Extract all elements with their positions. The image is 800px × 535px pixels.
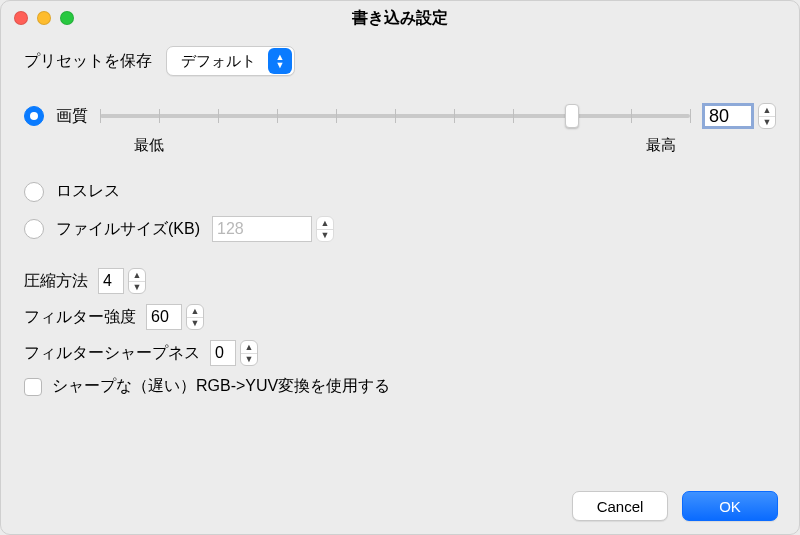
filesize-stepper: ▲ ▼ <box>212 216 334 242</box>
titlebar: 書き込み設定 <box>0 0 800 36</box>
quality-stepper[interactable]: ▲ ▼ <box>702 103 776 129</box>
stepper-down-icon[interactable]: ▼ <box>187 318 203 330</box>
sharp-yuv-label: シャープな（遅い）RGB->YUV変換を使用する <box>52 376 390 397</box>
filesize-label: ファイルサイズ(KB) <box>56 219 200 240</box>
quality-radio[interactable] <box>24 106 44 126</box>
compression-stepper[interactable]: ▲ ▼ <box>98 268 146 294</box>
stepper-up-icon[interactable]: ▲ <box>187 305 203 318</box>
stepper-up-icon[interactable]: ▲ <box>759 104 775 117</box>
lossless-label: ロスレス <box>56 181 120 202</box>
compression-input[interactable] <box>98 268 124 294</box>
stepper-up-icon[interactable]: ▲ <box>129 269 145 282</box>
preset-popup[interactable]: デフォルト ▲▼ <box>166 46 295 76</box>
ok-button[interactable]: OK <box>682 491 778 521</box>
filter-sharpness-input[interactable] <box>210 340 236 366</box>
slider-min-label: 最低 <box>134 136 164 155</box>
stepper-down-icon[interactable]: ▼ <box>241 354 257 366</box>
window-title: 書き込み設定 <box>0 8 800 29</box>
filter-sharpness-label: フィルターシャープネス <box>24 343 200 364</box>
preset-label: プリセットを保存 <box>24 51 152 72</box>
compression-label: 圧縮方法 <box>24 271 88 292</box>
quality-slider[interactable] <box>100 102 690 130</box>
quality-input[interactable] <box>702 103 754 129</box>
lossless-radio[interactable] <box>24 182 44 202</box>
filesize-radio[interactable] <box>24 219 44 239</box>
cancel-button[interactable]: Cancel <box>572 491 668 521</box>
filter-strength-stepper[interactable]: ▲ ▼ <box>146 304 204 330</box>
quality-label: 画質 <box>56 106 88 127</box>
sharp-yuv-checkbox[interactable] <box>24 378 42 396</box>
filesize-input <box>212 216 312 242</box>
stepper-up-icon: ▲ <box>317 217 333 230</box>
filter-strength-input[interactable] <box>146 304 182 330</box>
filter-strength-label: フィルター強度 <box>24 307 136 328</box>
chevron-up-down-icon: ▲▼ <box>268 48 292 74</box>
preset-value: デフォルト <box>181 52 268 71</box>
stepper-down-icon: ▼ <box>317 230 333 242</box>
slider-max-label: 最高 <box>646 136 676 155</box>
filter-sharpness-stepper[interactable]: ▲ ▼ <box>210 340 258 366</box>
stepper-up-icon[interactable]: ▲ <box>241 341 257 354</box>
stepper-down-icon[interactable]: ▼ <box>129 282 145 294</box>
slider-thumb[interactable] <box>565 104 579 128</box>
stepper-down-icon[interactable]: ▼ <box>759 117 775 129</box>
